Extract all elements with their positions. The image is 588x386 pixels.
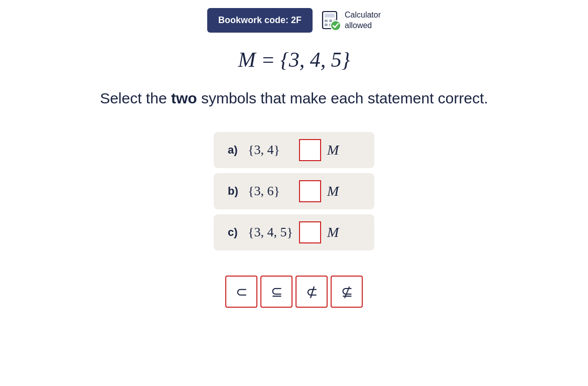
answer-area: a) {3, 4} M b) {3, 6} M c) {3, 4, 5} M <box>214 132 374 250</box>
instruction: Select the two symbols that make each st… <box>100 90 488 107</box>
calculator-badge: Calculator allowed <box>321 10 381 31</box>
symbol-btn-subset-proper[interactable]: ⊂ <box>225 276 257 308</box>
calculator-icon <box>321 11 341 31</box>
row-c-label: c) <box>228 226 242 239</box>
formula: M = {3, 4, 5} <box>238 48 350 72</box>
row-b-m: M <box>327 183 339 199</box>
row-c-m: M <box>327 224 339 240</box>
answer-box-b[interactable] <box>299 180 321 202</box>
bookwork-badge: Bookwork code: 2F <box>207 8 313 33</box>
row-c-set: {3, 4, 5} <box>248 225 293 240</box>
row-b-set: {3, 6} <box>248 184 293 199</box>
svg-rect-2 <box>325 20 328 22</box>
svg-rect-3 <box>329 20 332 22</box>
answer-row-b: b) {3, 6} M <box>214 173 374 209</box>
calculator-label: Calculator allowed <box>345 10 381 31</box>
symbol-btn-not-subset[interactable]: ⊄ <box>296 276 328 308</box>
answer-box-a[interactable] <box>299 139 321 161</box>
symbol-options: ⊂ ⊆ ⊄ ⊈ <box>225 276 363 308</box>
row-a-label: a) <box>228 144 242 157</box>
header: Bookwork code: 2F Calculator allowed <box>207 8 381 33</box>
symbol-btn-subset-equal[interactable]: ⊆ <box>260 276 292 308</box>
instruction-bold: two <box>171 90 197 106</box>
symbol-btn-not-subset-equal[interactable]: ⊈ <box>331 276 363 308</box>
instruction-prefix: Select the <box>100 90 171 106</box>
row-a-set: {3, 4} <box>248 143 293 158</box>
row-a-m: M <box>327 142 339 158</box>
instruction-suffix: symbols that make each statement correct… <box>197 90 488 106</box>
svg-rect-5 <box>325 24 328 26</box>
row-b-label: b) <box>228 185 242 198</box>
answer-box-c[interactable] <box>299 221 321 243</box>
svg-rect-1 <box>325 14 335 18</box>
answer-row-c: c) {3, 4, 5} M <box>214 214 374 250</box>
answer-row-a: a) {3, 4} M <box>214 132 374 168</box>
